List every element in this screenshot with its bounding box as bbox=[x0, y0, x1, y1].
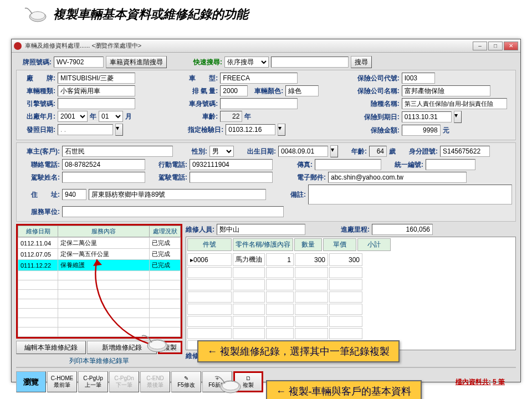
ins-type-input[interactable]: 第三人責任保險/自用-財損責任險 bbox=[402, 98, 507, 109]
ins-exp-input[interactable]: 0113.10.31 bbox=[402, 111, 452, 122]
app-window: 車輛及維修資料處理...... <瀏覽作業處理中> – □ ✕ 牌照號碼: WV… bbox=[11, 39, 521, 382]
engine-label: 引擎號碼: bbox=[20, 99, 55, 109]
addr-label: 住 址: bbox=[20, 190, 60, 200]
parts-table[interactable]: 件號 零件名稱/修護內容 數量 單價 小計 ▸0006馬力機油1300300 bbox=[186, 237, 516, 350]
model-input[interactable]: FREECA bbox=[220, 73, 298, 84]
id-input[interactable]: S145675622 bbox=[440, 146, 490, 157]
ins-name-label: 保險公司名稱: bbox=[350, 86, 400, 96]
minimize-button[interactable]: – bbox=[473, 42, 487, 50]
fax-label: 傳真: bbox=[297, 160, 313, 170]
tel-label: 聯絡電話: bbox=[20, 160, 60, 170]
driver-tel-input[interactable] bbox=[190, 172, 273, 183]
tech-input[interactable]: 鄭中山 bbox=[217, 224, 305, 235]
table-row[interactable]: ▸0006馬力機油1300300 bbox=[187, 253, 362, 266]
type-input[interactable]: 小客貨兩用車 bbox=[58, 85, 135, 96]
dob-input[interactable]: 0048.09.01 bbox=[278, 146, 328, 157]
cc-input[interactable]: 2000 bbox=[220, 85, 248, 96]
tax-label: 統一編號: bbox=[395, 160, 423, 170]
ins-name-input[interactable]: 富邦產物保險 bbox=[402, 85, 490, 96]
page-title: 複製車輛基本資料或維修紀錄的功能 bbox=[53, 6, 248, 23]
copy-icon: 🗋 bbox=[245, 375, 251, 382]
remark-input[interactable] bbox=[308, 185, 512, 204]
type-label: 車輛種類: bbox=[20, 86, 55, 96]
nav-last[interactable]: C-END最後筆 bbox=[140, 371, 170, 392]
tech-label: 維修人員: bbox=[186, 225, 214, 234]
driver-input[interactable] bbox=[62, 172, 145, 183]
search-button[interactable]: 搜尋 bbox=[351, 56, 372, 68]
zip-input[interactable]: 940 bbox=[62, 189, 86, 200]
quick-search-mode[interactable]: 依序搜尋 bbox=[224, 57, 269, 68]
sex-label: 性別: bbox=[192, 147, 207, 156]
ins-code-input[interactable]: I003 bbox=[402, 73, 435, 84]
nav-first[interactable]: C-HOME最前筆 bbox=[47, 371, 77, 392]
ins-amt-label: 保險金額: bbox=[350, 126, 400, 135]
driver-label: 駕駛姓名: bbox=[20, 173, 60, 182]
addr-input[interactable]: 屏東縣枋寮鄉中華路89號 bbox=[89, 189, 266, 200]
mob-input[interactable]: 0932111904 bbox=[190, 159, 273, 170]
edit-record-button[interactable]: 編輯本筆維修紀錄 bbox=[16, 341, 86, 354]
ins-type-label: 險種名稱: bbox=[350, 99, 400, 109]
window-title: 車輛及維修資料處理...... <瀏覽作業處理中> bbox=[25, 42, 141, 50]
mileage-label: 進廠里程: bbox=[341, 225, 370, 234]
svc-unit-label: 服務單位: bbox=[20, 207, 60, 217]
insp-date-label: 指定檢驗日: bbox=[185, 125, 223, 135]
engine-input[interactable] bbox=[58, 98, 135, 109]
table-row[interactable]: 0111.12.22保養維護已完成 bbox=[18, 260, 181, 271]
invoice-date-label: 發照日期: bbox=[20, 125, 55, 135]
ins-exp-label: 保險到期日: bbox=[350, 112, 400, 122]
body-no-input[interactable] bbox=[220, 98, 298, 109]
nav-next[interactable]: C-PgDn下一筆 bbox=[109, 371, 139, 392]
maintenance-records-table[interactable]: 維修日期 服務內容 處理況狀 0112.11.04定保二萬公里已完成0112.0… bbox=[16, 224, 182, 339]
svg-point-1 bbox=[30, 12, 45, 19]
owner-name-input[interactable]: 石世民 bbox=[62, 146, 173, 157]
car-age-label: 車齡: bbox=[185, 112, 218, 121]
mfg-year[interactable]: 2001 bbox=[58, 111, 88, 122]
app-icon bbox=[14, 42, 22, 50]
owner-age-label: 年齡: bbox=[351, 147, 367, 156]
body-no-label: 車身號碼: bbox=[185, 99, 218, 109]
date-picker-icon[interactable]: ▾ bbox=[115, 124, 123, 136]
callout-copy-vehicle: ← 複製-車輛與客戶的基本資料 bbox=[266, 380, 422, 399]
close-button[interactable]: ✕ bbox=[504, 42, 518, 50]
mouse-cursor-icon bbox=[213, 374, 244, 396]
plate-label: 牌照號碼: bbox=[16, 58, 52, 67]
quick-search-input[interactable] bbox=[271, 57, 349, 68]
invoice-date-input[interactable]: . . bbox=[58, 124, 113, 135]
svc-unit-input[interactable] bbox=[62, 206, 284, 217]
print-record-link[interactable]: 列印本筆維修紀錄單 bbox=[16, 356, 182, 366]
tel-input[interactable]: 08-8782524 bbox=[62, 159, 145, 170]
color-input[interactable]: 綠色 bbox=[285, 85, 319, 96]
tax-input[interactable] bbox=[426, 159, 475, 170]
nav-prev[interactable]: C-PgUp上一筆 bbox=[78, 371, 108, 392]
nav-browse[interactable]: 瀏覽 bbox=[16, 371, 46, 392]
maximize-button[interactable]: □ bbox=[488, 42, 503, 50]
id-label: 身分證號: bbox=[409, 147, 438, 156]
date-picker-icon[interactable]: ▾ bbox=[454, 111, 462, 123]
nav-f5-edit[interactable]: ✎F5修改 bbox=[171, 371, 201, 392]
color-label: 車輛顏色: bbox=[254, 86, 283, 96]
date-picker-icon[interactable]: ▾ bbox=[330, 145, 338, 157]
plate-input[interactable]: WV-7902 bbox=[54, 57, 104, 68]
ins-amt-input[interactable]: 9998 bbox=[402, 125, 441, 136]
email-input[interactable]: abc.shin@yahoo.com.tw bbox=[328, 172, 467, 183]
brand-input[interactable]: MITSUBISHI/三菱 bbox=[58, 73, 135, 84]
date-picker-icon[interactable]: ▾ bbox=[278, 124, 285, 136]
insp-date-input[interactable]: 0103.12.16 bbox=[226, 124, 275, 135]
record-count: 檔內資料共: 5 筆 bbox=[456, 377, 516, 387]
mileage-input[interactable]: 160,056 bbox=[372, 224, 433, 235]
mfg-month[interactable]: 01 bbox=[99, 111, 123, 122]
sex-select[interactable]: 男 bbox=[209, 146, 234, 157]
cc-label: 排 氣 量: bbox=[185, 86, 218, 96]
table-row[interactable]: 0112.07.05定保一萬五仟公里已完成 bbox=[18, 249, 181, 260]
titlebar: 車輛及維修資料處理...... <瀏覽作業處理中> – □ ✕ bbox=[12, 39, 520, 53]
fax-input[interactable] bbox=[315, 159, 381, 170]
adv-search-button[interactable]: 車籍資料進階搜尋 bbox=[106, 56, 167, 68]
remark-label: 備註: bbox=[290, 190, 306, 200]
car-age: 22 bbox=[220, 111, 242, 122]
owner-label: 車主(客戶): bbox=[20, 147, 60, 156]
driver-tel-label: 駕駛電話: bbox=[158, 173, 187, 182]
model-label: 車 型: bbox=[185, 74, 218, 83]
email-label: 電子郵件: bbox=[297, 173, 326, 182]
table-row[interactable]: 0112.11.04定保二萬公里已完成 bbox=[18, 238, 181, 249]
mouse-cursor-icon bbox=[22, 6, 49, 23]
